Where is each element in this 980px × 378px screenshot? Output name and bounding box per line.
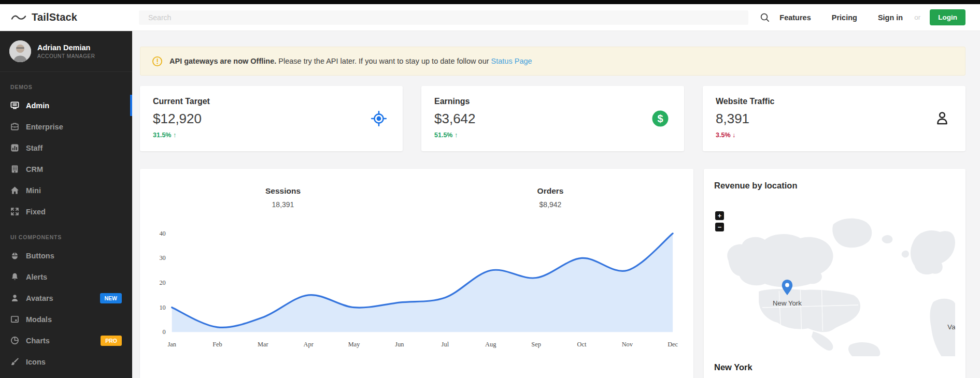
world-map-svg: New York Va	[714, 211, 955, 356]
stat-card-earnings: Earnings$3,64251.5% ↑$	[421, 86, 684, 151]
svg-text:Jan: Jan	[167, 341, 176, 348]
stat-card-website-traffic: Website Traffic8,3913.5% ↓	[703, 86, 965, 151]
landmass-iceland	[882, 235, 893, 243]
target-icon	[369, 109, 389, 130]
svg-text:10: 10	[159, 304, 165, 311]
metric-label: Orders	[417, 186, 684, 196]
landmass-europe	[911, 230, 955, 274]
nav-link-signin[interactable]: Sign in	[878, 13, 903, 22]
sidebar-item-label: Icons	[26, 358, 46, 366]
sidebar-section-label: UI COMPONENTS	[0, 222, 132, 245]
sidebar-item-buttons[interactable]: Buttons	[0, 245, 132, 266]
sessions-orders-card: Sessions 18,391 Orders $8,942 010203040J…	[140, 169, 693, 378]
dollar-icon: $	[650, 109, 670, 130]
sidebar-section-label: DEMOS	[0, 72, 132, 95]
metric-value: $8,942	[417, 200, 684, 209]
nav-link-pricing[interactable]: Pricing	[832, 13, 857, 22]
brand-name: TailStack	[32, 11, 77, 23]
sidebar-item-label: CRM	[26, 165, 43, 173]
sidebar-item-staff[interactable]: Staff	[0, 137, 132, 158]
search-input[interactable]	[139, 10, 748, 25]
window-icon	[10, 315, 19, 324]
building-icon	[10, 165, 19, 173]
landmass-south-america	[848, 342, 880, 356]
expand-icon	[10, 207, 19, 216]
landmass-greenland	[832, 219, 872, 248]
sidebar-item-avatars[interactable]: AvatarsNEW	[0, 287, 132, 309]
alert-text: API gateways are now Offline. Please try…	[169, 57, 532, 65]
sidebar-user[interactable]: Adrian Demian ACCOUNT MANAGER	[0, 31, 132, 72]
map-title: Revenue by location	[714, 181, 955, 191]
landmass-uk	[902, 251, 909, 258]
sidebar-item-icons[interactable]: Icons	[0, 351, 132, 372]
map-zoom-controls: + −	[715, 211, 724, 231]
stats-row: Current Target$12,92031.5% ↑Earnings$3,6…	[140, 86, 965, 151]
svg-text:Apr: Apr	[304, 341, 314, 348]
metric-value: 18,391	[149, 200, 417, 209]
svg-text:40: 40	[159, 230, 165, 237]
bell-icon	[10, 272, 19, 281]
revenue-map-card: Revenue by location + −	[704, 169, 965, 378]
bar-chart-icon	[10, 143, 19, 152]
sidebar-item-enterprise[interactable]: Enterprise	[0, 116, 132, 137]
briefcase-icon	[10, 122, 19, 131]
warning-icon	[152, 56, 163, 67]
status-page-link[interactable]: Status Page	[491, 57, 532, 65]
metric-sessions: Sessions 18,391	[149, 186, 417, 209]
svg-text:Nov: Nov	[622, 341, 633, 348]
svg-text:Jul: Jul	[442, 341, 449, 348]
svg-text:Dec: Dec	[667, 341, 678, 348]
svg-text:30: 30	[159, 254, 165, 261]
metric-label: Sessions	[149, 186, 417, 196]
sidebar-item-charts[interactable]: ChartsPRO	[0, 330, 132, 351]
svg-text:Oct: Oct	[577, 341, 586, 348]
stat-delta: 31.5% ↑	[153, 132, 390, 139]
sidebar-item-crm[interactable]: CRM	[0, 158, 132, 180]
stat-value: 8,391	[716, 111, 953, 127]
zoom-in-button[interactable]: +	[715, 211, 724, 220]
stat-card-current-target: Current Target$12,92031.5% ↑	[140, 86, 403, 151]
svg-text:0: 0	[163, 328, 166, 336]
landmass-central-america	[812, 331, 833, 351]
pie-chart-icon	[10, 336, 19, 345]
top-black-strip	[0, 0, 980, 4]
stat-title: Website Traffic	[716, 97, 953, 106]
sidebar-item-label: Staff	[26, 144, 42, 152]
svg-text:Mar: Mar	[258, 341, 269, 348]
sidebar-badge: PRO	[101, 336, 122, 346]
sidebar-item-label: Mini	[26, 186, 41, 195]
sidebar: Adrian Demian ACCOUNT MANAGER DEMOSAdmin…	[0, 31, 132, 378]
active-indicator	[130, 95, 132, 116]
nav-link-features[interactable]: Features	[779, 13, 811, 22]
area-chart-svg: 010203040JanFebMarAprMayJunJulAugSepOctN…	[149, 221, 684, 351]
world-map: + −	[714, 211, 955, 356]
svg-text:Sep: Sep	[531, 341, 541, 348]
map-edge-label: Va	[947, 323, 955, 331]
alert-body: Please try the API later. If you want to…	[276, 57, 491, 65]
revenue-city-row: New York	[714, 362, 955, 372]
sidebar-item-admin[interactable]: Admin	[0, 95, 132, 116]
zoom-out-button[interactable]: −	[715, 223, 724, 231]
sidebar-item-mini[interactable]: Mini	[0, 180, 132, 201]
login-button[interactable]: Login	[930, 9, 965, 25]
sidebar-item-label: Fixed	[26, 208, 46, 216]
sidebar-item-label: Alerts	[26, 273, 47, 281]
search-icon[interactable]	[760, 12, 770, 23]
svg-text:May: May	[348, 341, 361, 348]
sidebar-item-alerts[interactable]: Alerts	[0, 266, 132, 287]
sidebar-item-modals[interactable]: Modals	[0, 309, 132, 330]
user-name: Adrian Demian	[37, 43, 95, 52]
alert-bold: API gateways are now Offline.	[169, 57, 276, 65]
sidebar-badge: NEW	[100, 293, 122, 303]
landmass-canada	[727, 234, 833, 287]
mouse-icon	[10, 251, 19, 260]
svg-text:Aug: Aug	[485, 341, 496, 348]
navbar: TailStack Features Pricing Sign in or Lo…	[0, 4, 980, 31]
pin-label: New York	[773, 299, 802, 307]
brand[interactable]: TailStack	[10, 11, 139, 23]
svg-text:20: 20	[159, 279, 165, 286]
sidebar-item-fixed[interactable]: Fixed	[0, 201, 132, 222]
admin-icon	[10, 101, 19, 110]
stat-value: $3,642	[434, 111, 671, 127]
stat-delta: 3.5% ↓	[716, 132, 953, 139]
